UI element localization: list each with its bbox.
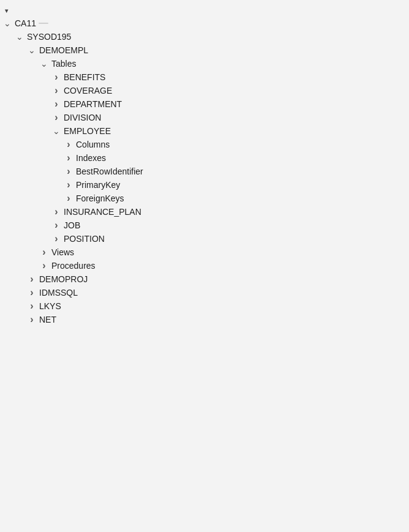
tree-node-job[interactable]: ›JOB (0, 219, 409, 232)
panel-header: ▾ (0, 5, 409, 17)
label-foreignkeys: ForeignKeys (75, 193, 124, 203)
label-employee: EMPLOYEE (62, 126, 111, 136)
toggle-icon-demoproj[interactable]: › (27, 274, 37, 284)
tree-node-bestrowidentifier[interactable]: ›BestRowIdentifier (0, 165, 409, 178)
toggle-icon-division[interactable]: › (51, 113, 61, 122)
label-division: DIVISION (62, 113, 101, 122)
label-tables: Tables (50, 59, 76, 69)
label-procedures: Procedures (50, 261, 96, 271)
tree-root: ⌄CA11⌄SYSOD195⌄DEMOEMPL⌄Tables›BENEFITS›… (0, 17, 409, 326)
label-columns: Columns (75, 140, 110, 149)
toggle-icon-bestrowidentifier[interactable]: › (64, 167, 73, 176)
database-explorer-panel: ▾ ⌄CA11⌄SYSOD195⌄DEMOEMPL⌄Tables›BENEFIT… (0, 0, 409, 331)
toggle-icon-procedures[interactable]: › (39, 261, 49, 271)
tree-node-primarykey[interactable]: ›PrimaryKey (0, 178, 409, 192)
toggle-icon-tables[interactable]: ⌄ (39, 59, 49, 69)
tree-node-sysod195[interactable]: ⌄SYSOD195 (0, 30, 409, 43)
label-bestrowidentifier: BestRowIdentifier (75, 167, 143, 176)
tree-node-coverage[interactable]: ›COVERAGE (0, 84, 409, 97)
toggle-icon-ca11[interactable]: ⌄ (2, 18, 12, 28)
label-department: DEPARTMENT (62, 99, 122, 109)
toggle-icon-department[interactable]: › (51, 99, 61, 109)
tree-node-division[interactable]: ›DIVISION (0, 111, 409, 124)
tree-node-department[interactable]: ›DEPARTMENT (0, 97, 409, 111)
toggle-icon-net[interactable]: › (27, 315, 37, 324)
label-net: NET (38, 315, 56, 324)
ca11-badge (39, 23, 48, 24)
toggle-icon-sysod195[interactable]: ⌄ (15, 32, 24, 42)
label-sysod195: SYSOD195 (26, 32, 71, 42)
label-demoempl: DEMOEMPL (38, 45, 88, 55)
label-position: POSITION (62, 234, 105, 244)
label-views: Views (50, 247, 74, 257)
tree-node-idmssql[interactable]: ›IDMSSQL (0, 286, 409, 299)
label-idmssql: IDMSSQL (38, 288, 78, 298)
tree-node-demoempl[interactable]: ⌄DEMOEMPL (0, 43, 409, 57)
toggle-icon-position[interactable]: › (51, 234, 61, 244)
label-ca11: CA11 (13, 18, 36, 28)
tree-node-indexes[interactable]: ›Indexes (0, 151, 409, 165)
toggle-icon-foreignkeys[interactable]: › (64, 193, 73, 203)
label-job: JOB (62, 220, 80, 230)
tree-node-lkys[interactable]: ›LKYS (0, 299, 409, 313)
label-lkys: LKYS (38, 301, 61, 311)
toggle-icon-indexes[interactable]: › (64, 153, 73, 163)
tree-node-procedures[interactable]: ›Procedures (0, 259, 409, 272)
tree-node-ca11[interactable]: ⌄CA11 (0, 17, 409, 30)
toggle-icon-job[interactable]: › (51, 220, 61, 230)
label-indexes: Indexes (75, 153, 106, 163)
label-primarykey: PrimaryKey (75, 180, 120, 190)
tree-node-employee[interactable]: ⌄EMPLOYEE (0, 124, 409, 138)
toggle-icon-lkys[interactable]: › (27, 301, 37, 311)
toggle-icon-idmssql[interactable]: › (27, 288, 37, 298)
toggle-icon-coverage[interactable]: › (51, 86, 61, 96)
label-demoproj: DEMOPROJ (38, 274, 88, 284)
tree-node-tables[interactable]: ⌄Tables (0, 57, 409, 70)
toggle-icon-primarykey[interactable]: › (64, 180, 73, 190)
toggle-icon-columns[interactable]: › (64, 140, 73, 149)
tree-node-insurance_plan[interactable]: ›INSURANCE_PLAN (0, 205, 409, 219)
toggle-icon-insurance_plan[interactable]: › (51, 207, 61, 217)
tree-node-position[interactable]: ›POSITION (0, 232, 409, 245)
label-insurance_plan: INSURANCE_PLAN (62, 207, 141, 217)
tree-node-views[interactable]: ›Views (0, 245, 409, 259)
toggle-icon-demoempl[interactable]: ⌄ (27, 45, 37, 55)
tree-node-net[interactable]: ›NET (0, 313, 409, 326)
label-benefits: BENEFITS (62, 72, 105, 82)
tree-node-benefits[interactable]: ›BENEFITS (0, 70, 409, 84)
tree-node-foreignkeys[interactable]: ›ForeignKeys (0, 192, 409, 205)
tree-node-columns[interactable]: ›Columns (0, 138, 409, 151)
label-coverage: COVERAGE (62, 86, 112, 96)
toggle-icon-benefits[interactable]: › (51, 72, 61, 82)
tree-node-demoproj[interactable]: ›DEMOPROJ (0, 272, 409, 286)
toggle-icon-employee[interactable]: ⌄ (51, 126, 61, 136)
toggle-icon-views[interactable]: › (39, 247, 49, 257)
panel-toggle-icon[interactable]: ▾ (5, 7, 9, 14)
